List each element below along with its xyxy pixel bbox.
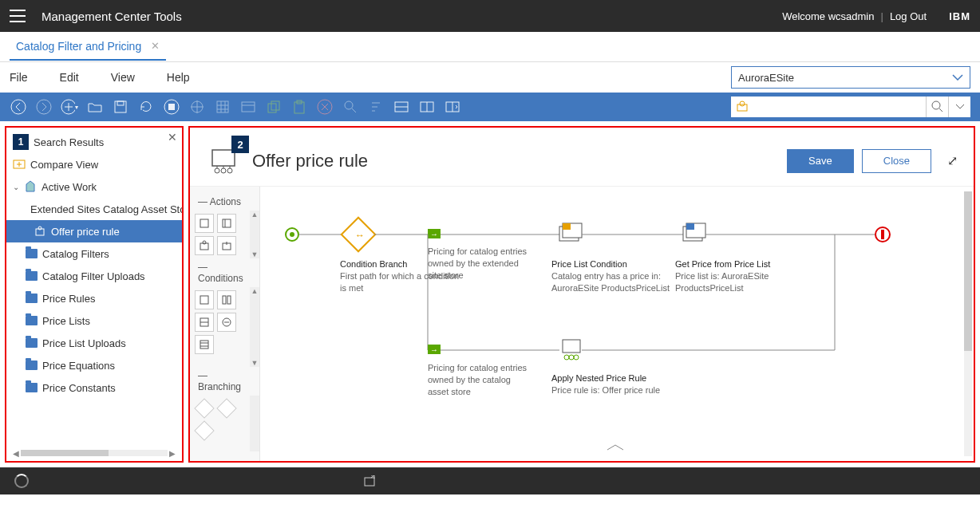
palette-branch-icon[interactable] <box>216 398 236 418</box>
scrollbar-vertical[interactable] <box>964 191 972 456</box>
svg-text:↔: ↔ <box>355 230 365 241</box>
folder-icon <box>26 271 38 281</box>
window-icon[interactable] <box>364 475 377 487</box>
palette-condition-icon[interactable] <box>195 313 214 332</box>
grid1-icon[interactable] <box>214 98 231 116</box>
svg-point-15 <box>345 101 353 109</box>
expand-icon[interactable]: ⤢ <box>947 153 958 168</box>
stop-icon[interactable] <box>163 98 180 116</box>
node-nested-rule[interactable]: Apply Nested Price Rule Price rule is: O… <box>551 368 671 396</box>
scroll-left-icon[interactable]: ◀ <box>11 449 21 458</box>
flow-lines: ↔ → → <box>260 187 946 458</box>
find-icon[interactable] <box>342 98 359 116</box>
flow-canvas[interactable]: ↔ → → <box>260 187 974 461</box>
layout1-icon[interactable] <box>393 98 410 116</box>
tab-catalog-pricing[interactable]: Catalog Filter and Pricing ✕ <box>10 33 166 61</box>
open-icon[interactable] <box>86 98 104 116</box>
copy-icon[interactable] <box>265 98 283 116</box>
search-dropdown-icon[interactable] <box>948 97 970 117</box>
sidebar-item-search-results[interactable]: 1 Search Results <box>6 131 182 153</box>
save-icon[interactable] <box>112 98 129 116</box>
chevron-down-icon <box>952 74 963 81</box>
menu-file[interactable]: File <box>10 71 28 84</box>
sidebar-item-extended-sites[interactable]: Extended Sites Catalog Asset Store <box>6 198 182 220</box>
close-button[interactable]: Close <box>862 149 931 173</box>
tree-label: Extended Sites Catalog Asset Store <box>30 203 184 215</box>
sidebar-item-compare-view[interactable]: Compare View <box>6 153 182 175</box>
layout3-icon[interactable] <box>444 98 461 116</box>
search-type-icon[interactable] <box>731 100 753 114</box>
sidebar-item-price-list-uploads[interactable]: Price List Uploads <box>6 332 182 354</box>
menu-icon[interactable] <box>10 10 26 22</box>
palette-condition-icon[interactable] <box>217 313 236 332</box>
sort-icon[interactable] <box>367 98 385 116</box>
svg-rect-36 <box>200 296 208 304</box>
store-dropdown[interactable]: AuroraESite <box>731 66 970 89</box>
search-input[interactable] <box>753 101 926 112</box>
refresh-icon[interactable] <box>137 98 155 116</box>
tree-label: Offer price rule <box>51 226 120 238</box>
folder-icon <box>26 338 38 348</box>
scrollbar-vertical[interactable]: ▲▼ <box>250 287 259 367</box>
close-icon[interactable]: ✕ <box>151 40 160 52</box>
node-price-list-condition[interactable]: Price List Condition Catalog entry has a… <box>551 254 671 294</box>
svg-point-0 <box>11 100 26 114</box>
svg-rect-9 <box>242 102 255 112</box>
search-icon[interactable] <box>926 97 948 117</box>
scroll-right-icon[interactable]: ▶ <box>168 449 177 458</box>
forward-icon[interactable] <box>35 98 53 116</box>
palette-condition-icon[interactable] <box>195 290 214 309</box>
scrollbar-vertical[interactable] <box>250 396 259 451</box>
tree-label: Catalog Filters <box>42 248 109 260</box>
menu-help[interactable]: Help <box>167 71 190 84</box>
sidebar-item-catalog-filter-uploads[interactable]: Catalog Filter Uploads <box>6 265 182 287</box>
palette-action-icon[interactable] <box>217 236 236 255</box>
sidebar-item-catalog-filters[interactable]: Catalog Filters <box>6 242 182 265</box>
folder-icon <box>26 249 38 258</box>
save-button[interactable]: Save <box>787 149 854 173</box>
sidebar-item-active-work[interactable]: ⌄ Active Work <box>6 175 182 198</box>
svg-text:→: → <box>430 345 438 354</box>
sidebar-item-offer-price-rule[interactable]: Offer price rule <box>6 220 182 242</box>
palette-condition-icon[interactable] <box>217 290 236 309</box>
delete-icon[interactable] <box>316 98 334 116</box>
palette-action-icon[interactable] <box>195 214 214 233</box>
node-desc: Catalog entry has a price in: AuroraESit… <box>551 270 671 294</box>
palette-branch-icon[interactable] <box>194 420 214 440</box>
palette-branch-icon[interactable] <box>194 398 214 418</box>
search-box <box>731 97 970 117</box>
close-icon[interactable]: ✕ <box>168 131 177 144</box>
menu-bar: File Edit View Help AuroraESite <box>0 62 980 93</box>
palette-condition-icon[interactable] <box>195 335 214 354</box>
node-pricing-catalog[interactable]: Pricing for catalog entries owned by the… <box>428 360 531 398</box>
new-icon[interactable]: ▾ <box>61 98 78 116</box>
sidebar-item-price-equations[interactable]: Price Equations <box>6 354 182 376</box>
sidebar-item-price-lists[interactable]: Price Lists <box>6 309 182 332</box>
tab-label: Catalog Filter and Pricing <box>16 40 141 53</box>
logout-link[interactable]: Log Out <box>890 10 927 22</box>
svg-rect-71 <box>365 478 374 486</box>
layout2-icon[interactable] <box>418 98 436 116</box>
sidebar-item-price-rules[interactable]: Price Rules <box>6 287 182 309</box>
folder-icon <box>26 360 38 370</box>
palette-action-icon[interactable] <box>195 236 214 255</box>
separator: | <box>881 10 883 22</box>
editor-type-icon: 2 <box>206 144 241 178</box>
sidebar-item-price-constants[interactable]: Price Constants <box>6 376 182 399</box>
palette-action-icon[interactable] <box>217 214 236 233</box>
grid2-icon[interactable] <box>239 98 257 116</box>
node-pricing-extended[interactable]: Pricing for catalog entries owned by the… <box>428 244 531 282</box>
tab-bar: Catalog Filter and Pricing ✕ <box>0 32 980 62</box>
menu-edit[interactable]: Edit <box>60 71 79 84</box>
tree-label: Price Rules <box>42 293 95 305</box>
palette-section-branching: — Branching <box>190 367 259 396</box>
status-bar <box>0 467 980 494</box>
scrollbar-horizontal[interactable]: ◀ ▶ <box>11 448 177 458</box>
back-icon[interactable] <box>10 98 27 116</box>
node-get-price[interactable]: Get Price from Price List Price list is:… <box>675 254 811 294</box>
scrollbar-vertical[interactable]: ▲▼ <box>250 211 259 258</box>
preview-icon[interactable] <box>188 98 206 116</box>
svg-point-43 <box>290 232 294 237</box>
menu-view[interactable]: View <box>111 71 135 84</box>
paste-icon[interactable] <box>290 98 308 116</box>
